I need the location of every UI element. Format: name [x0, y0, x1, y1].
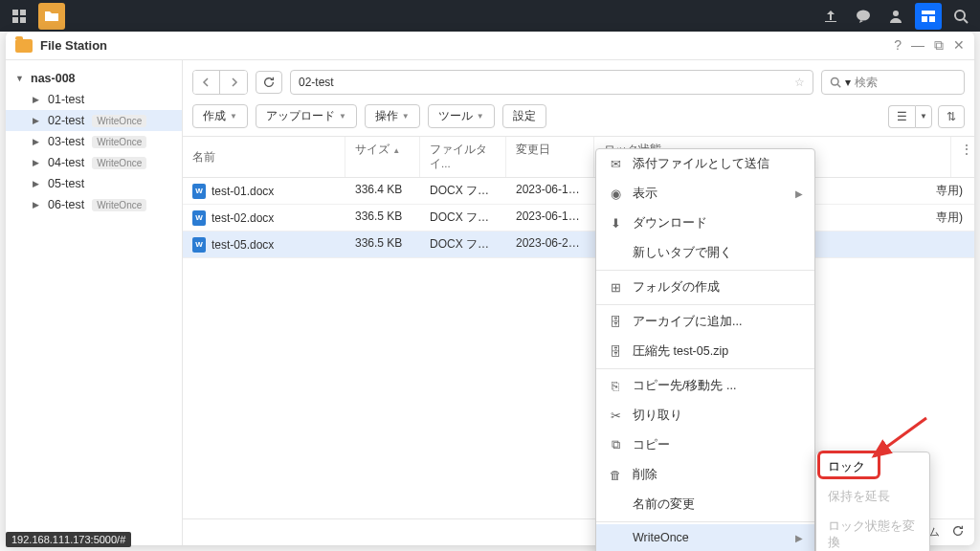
action-button[interactable]: 操作▼ — [365, 104, 420, 128]
svg-rect-3 — [20, 17, 26, 23]
maximize-icon[interactable]: ⧉ — [934, 37, 944, 54]
sidebar-item-03-test[interactable]: ▶03-testWriteOnce — [6, 131, 182, 152]
folder-icon — [15, 39, 33, 53]
cm-cut[interactable]: ✂切り取り — [596, 401, 814, 430]
help-icon[interactable]: ? — [894, 37, 902, 54]
cm-compress[interactable]: 🗄圧縮先 test-05.zip — [596, 337, 814, 366]
svg-point-5 — [893, 11, 899, 16]
cm-add-archive[interactable]: 🗄アーカイブに追加... — [596, 307, 814, 337]
submenu-extend: 保持を延長 — [816, 482, 929, 512]
upload-status-icon[interactable] — [817, 3, 844, 30]
cm-writeonce[interactable]: WriteOnce▶ — [596, 524, 814, 551]
svg-rect-0 — [12, 10, 18, 15]
search-input[interactable]: ▾ 検索 — [821, 70, 965, 95]
svg-rect-7 — [922, 16, 927, 22]
writeonce-badge: WriteOnce — [92, 136, 146, 148]
writeonce-badge: WriteOnce — [92, 157, 146, 169]
caret-right-icon: ▶ — [33, 179, 42, 188]
tool-button[interactable]: ツール▼ — [428, 104, 495, 128]
submenu-lock[interactable]: ロック — [816, 452, 929, 482]
titlebar: File Station ? — ⧉ ✕ — [6, 32, 974, 60]
svg-point-9 — [955, 11, 965, 20]
system-topbar — [0, 0, 980, 32]
view-dropdown-button[interactable]: ▼ — [915, 105, 932, 128]
svg-rect-2 — [12, 17, 18, 23]
cm-create-folder[interactable]: ⊞フォルダの作成 — [596, 273, 814, 302]
reload-button[interactable] — [256, 71, 282, 94]
minimize-icon[interactable]: — — [911, 37, 924, 54]
sidebar-item-05-test[interactable]: ▶05-test — [6, 173, 182, 194]
close-icon[interactable]: ✕ — [953, 37, 965, 54]
table-row[interactable]: Wtest-01.docx336.4 KBDOCX ファ...2023-06-1… — [183, 178, 974, 205]
svg-rect-1 — [20, 10, 26, 15]
docx-icon: W — [192, 210, 206, 226]
table-row[interactable]: Wtest-02.docx336.5 KBDOCX ファ...2023-06-1… — [183, 205, 974, 231]
writeonce-badge: WriteOnce — [92, 199, 146, 211]
sidebar: ▼ nas-008 ▶01-test▶02-testWriteOnce▶03-t… — [6, 60, 183, 545]
caret-right-icon: ▶ — [33, 137, 42, 146]
chat-icon[interactable] — [850, 3, 877, 30]
sidebar-item-04-test[interactable]: ▶04-testWriteOnce — [6, 152, 182, 173]
create-button[interactable]: 作成▼ — [192, 104, 248, 128]
writeonce-submenu: ロック 保持を延長 ロック状態を変換 — [815, 452, 930, 551]
col-type[interactable]: ファイルタイ... — [420, 137, 506, 177]
svg-point-4 — [857, 10, 870, 20]
sidebar-item-06-test[interactable]: ▶06-testWriteOnce — [6, 194, 182, 215]
refresh-icon[interactable] — [951, 524, 965, 540]
path-input[interactable]: 02-test ☆ — [290, 70, 813, 95]
upload-button[interactable]: アップロード▼ — [256, 104, 357, 128]
file-station-tile[interactable] — [38, 3, 65, 30]
nav-forward-button[interactable] — [220, 71, 247, 94]
docx-icon: W — [192, 184, 206, 199]
user-icon[interactable] — [882, 3, 909, 30]
tree-root[interactable]: ▼ nas-008 — [6, 68, 182, 89]
sidebar-item-01-test[interactable]: ▶01-test — [6, 89, 182, 110]
cm-delete[interactable]: 🗑削除 — [596, 460, 814, 490]
col-menu[interactable]: ⋮ — [951, 137, 974, 177]
cm-rename[interactable]: 名前の変更 — [596, 490, 814, 519]
col-size[interactable]: サイズ ▲ — [345, 137, 420, 177]
settings-button[interactable]: 設定 — [502, 104, 546, 128]
nav-back-button[interactable] — [193, 71, 220, 94]
sort-button[interactable]: ⇅ — [938, 105, 965, 128]
window-title: File Station — [40, 38, 107, 53]
cm-view[interactable]: ◉表示▶ — [596, 179, 814, 209]
search-icon[interactable] — [947, 3, 974, 30]
caret-right-icon: ▶ — [33, 158, 42, 167]
browser-status-url: 192.168.111.173:5000/# — [6, 532, 131, 547]
dashboard-icon[interactable] — [6, 3, 33, 30]
svg-rect-8 — [929, 16, 935, 22]
docx-icon: W — [192, 237, 206, 253]
cm-open-new-tab[interactable]: 新しいタブで開く — [596, 238, 814, 268]
svg-point-10 — [832, 78, 839, 86]
caret-right-icon: ▶ — [33, 95, 42, 104]
caret-right-icon: ▶ — [33, 200, 42, 209]
cm-copy[interactable]: ⧉コピー — [596, 430, 814, 460]
submenu-convert: ロック状態を変換 — [816, 512, 929, 551]
col-date[interactable]: 変更日 — [506, 137, 594, 177]
writeonce-badge: WriteOnce — [92, 115, 146, 127]
col-name[interactable]: 名前 — [183, 137, 345, 177]
table-row[interactable]: Wtest-05.docx336.5 KBDOCX ファ...2023-06-2… — [183, 231, 974, 258]
sidebar-item-02-test[interactable]: ▶02-testWriteOnce — [6, 110, 182, 131]
cm-copy-move[interactable]: ⎘コピー先/移動先 ... — [596, 371, 814, 401]
svg-rect-6 — [922, 11, 935, 14]
cm-download[interactable]: ⬇ダウンロード — [596, 209, 814, 238]
context-menu: ✉添付ファイルとして送信 ◉表示▶ ⬇ダウンロード 新しいタブで開く ⊞フォルダ… — [595, 148, 815, 551]
widgets-icon[interactable] — [915, 3, 942, 30]
caret-right-icon: ▶ — [33, 116, 42, 125]
star-icon[interactable]: ☆ — [794, 76, 805, 89]
caret-down-icon: ▼ — [15, 74, 25, 83]
view-list-button[interactable]: ☰ — [888, 105, 915, 128]
cm-send-attachment[interactable]: ✉添付ファイルとして送信 — [596, 149, 814, 179]
